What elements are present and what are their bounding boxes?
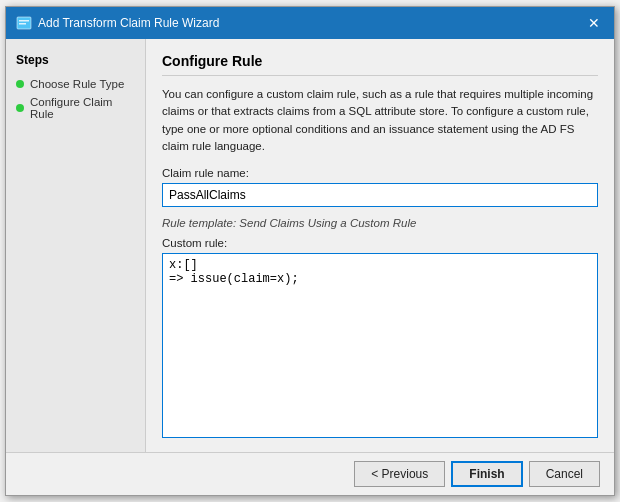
rule-template-text: Rule template: Send Claims Using a Custo… xyxy=(162,217,598,229)
footer: < Previous Finish Cancel xyxy=(6,452,614,495)
svg-rect-2 xyxy=(19,23,26,25)
description-text: You can configure a custom claim rule, s… xyxy=(162,86,598,155)
sidebar-item-configure-claim-rule[interactable]: Configure Claim Rule xyxy=(6,93,145,123)
custom-rule-textarea[interactable]: x:[] => issue(claim=x); xyxy=(162,253,598,438)
add-transform-claim-rule-dialog: Add Transform Claim Rule Wizard ✕ Steps … xyxy=(5,6,615,496)
svg-rect-1 xyxy=(19,20,29,22)
main-panel: Configure Rule You can configure a custo… xyxy=(146,39,614,452)
step-dot-2 xyxy=(16,104,24,112)
cancel-button[interactable]: Cancel xyxy=(529,461,600,487)
previous-button[interactable]: < Previous xyxy=(354,461,445,487)
step-dot-1 xyxy=(16,80,24,88)
sidebar: Steps Choose Rule Type Configure Claim R… xyxy=(6,39,146,452)
title-bar: Add Transform Claim Rule Wizard ✕ xyxy=(6,7,614,39)
claim-rule-name-input[interactable] xyxy=(162,183,598,207)
title-bar-left: Add Transform Claim Rule Wizard xyxy=(16,15,219,31)
wizard-icon xyxy=(16,15,32,31)
sidebar-title: Steps xyxy=(6,49,145,75)
dialog-title: Add Transform Claim Rule Wizard xyxy=(38,16,219,30)
custom-rule-wrapper: x:[] => issue(claim=x); xyxy=(162,253,598,438)
page-title: Configure Rule xyxy=(162,53,598,76)
close-button[interactable]: ✕ xyxy=(584,13,604,33)
sidebar-item-label-2: Configure Claim Rule xyxy=(30,96,135,120)
custom-rule-label: Custom rule: xyxy=(162,237,598,249)
finish-button[interactable]: Finish xyxy=(451,461,522,487)
sidebar-item-choose-rule-type[interactable]: Choose Rule Type xyxy=(6,75,145,93)
claim-rule-name-label: Claim rule name: xyxy=(162,167,598,179)
sidebar-item-label-1: Choose Rule Type xyxy=(30,78,124,90)
content-area: Steps Choose Rule Type Configure Claim R… xyxy=(6,39,614,452)
